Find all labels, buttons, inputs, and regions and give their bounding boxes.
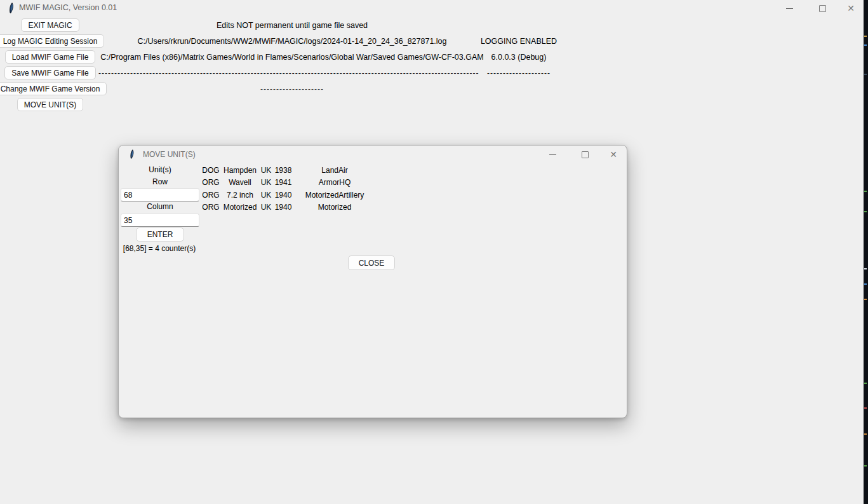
version-label: 6.0.0.3 (Debug) [468,53,570,62]
unit-org: ORG [200,203,222,212]
unit-org: ORG [200,178,222,187]
dialog-close-button[interactable]: ✕ [604,146,623,163]
divider-short-center: -------------------- [38,85,546,93]
logging-status: LOGGING ENABLED [468,37,570,46]
unit-type: MotorizedArtillery [293,191,377,200]
column-input[interactable] [121,214,199,227]
unit-name: 7.2 inch [222,191,258,200]
move-units-dialog: MOVE UNIT(S) ✕ Unit(s) Row Column ENTER … [118,145,627,418]
unit-type: Motorized [293,203,377,212]
maximize-icon [819,5,826,12]
dialog-title: MOVE UNIT(S) [143,150,196,159]
minimize-button[interactable] [780,0,799,17]
row-label: Row [121,177,199,186]
dialog-close-icon: ✕ [610,150,617,159]
divider-short-right: -------------------- [468,69,570,78]
move-units-button[interactable]: MOVE UNIT(S) [17,98,84,111]
close-dialog-button[interactable]: CLOSE [348,255,395,270]
unit-name: Wavell [222,178,258,187]
table-row: ORG 7.2 inch UK 1940 MotorizedArtillery [200,189,377,201]
unit-country: UK [258,178,274,187]
unit-year: 1940 [274,203,293,212]
close-button[interactable]: ✕ [841,0,860,17]
unit-year: 1938 [274,166,293,175]
table-row: ORG Wavell UK 1941 ArmorHQ [200,177,377,189]
edits-note: Edits NOT permanent until game file save… [38,21,546,30]
unit-year: 1941 [274,178,293,187]
unit-org: DOG [200,166,222,175]
dialog-maximize-icon [582,151,589,158]
unit-type: ArmorHQ [293,178,377,187]
window-title: MWIF MAGIC, Version 0.01 [19,3,117,12]
table-row: DOG Hampden UK 1938 LandAir [200,164,377,177]
unit-country: UK [258,191,274,200]
divider-long: ----------------------------------------… [98,69,483,78]
background-window-sliver [864,0,868,504]
counter-result-text: [68,35] = 4 counter(s) [121,244,198,253]
unit-country: UK [258,203,274,212]
close-icon: ✕ [847,4,855,13]
sidebar-button-column: EXIT MAGIC Log MAGIC Editing Session Loa… [0,18,100,111]
unit-type: LandAir [293,166,377,175]
units-table: DOG Hampden UK 1938 LandAir ORG Wavell U… [200,164,377,214]
dialog-minimize-icon [549,154,556,155]
dialog-maximize-button[interactable] [575,146,594,163]
unit-org: ORG [200,191,222,200]
column-label: Column [121,202,199,211]
dialog-minimize-button[interactable] [543,146,562,163]
unit-name: Hampden [222,166,258,175]
minimize-icon [786,8,793,9]
unit-year: 1940 [274,191,293,200]
save-game-file-button[interactable]: Save MWIF Game File [4,66,95,79]
enter-button[interactable]: ENTER [136,228,184,242]
row-input[interactable] [121,188,199,201]
maximize-button[interactable] [813,0,832,17]
units-label: Unit(s) [121,165,199,174]
dialog-feather-icon [128,149,136,159]
unit-name: Motorized [222,203,258,212]
app-feather-icon [6,3,16,13]
unit-country: UK [258,166,274,175]
dialog-titlebar: MOVE UNIT(S) ✕ [119,146,627,163]
table-row: ORG Motorized UK 1940 Motorized [200,201,377,214]
main-titlebar: MWIF MAGIC, Version 0.01 [0,0,864,17]
